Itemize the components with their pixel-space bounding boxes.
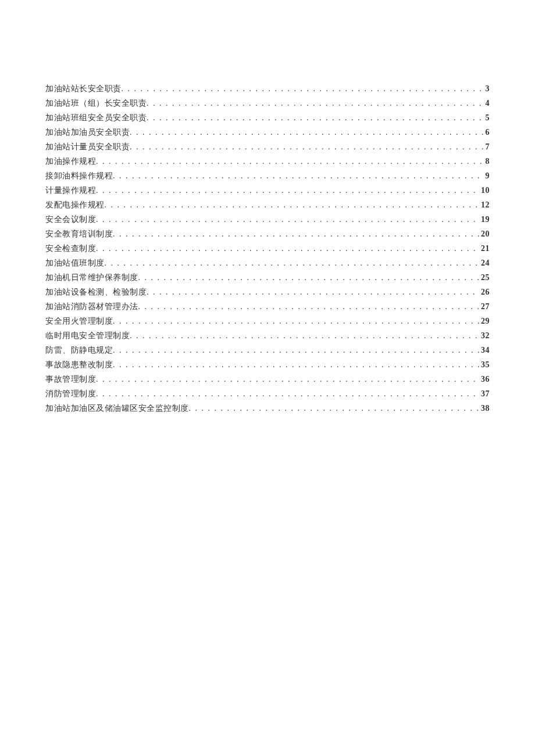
- toc-page: 35: [480, 357, 490, 372]
- toc-title: 加油站站长安全职责: [45, 81, 122, 96]
- toc-dots: [138, 299, 480, 314]
- toc-page: 19: [480, 212, 490, 227]
- toc-entry: 临时用电安全管理制度 32: [45, 328, 490, 343]
- toc-page: 29: [480, 314, 490, 328]
- toc-dots: [113, 169, 484, 183]
- toc-entry: 消防管理制度 37: [45, 386, 490, 401]
- toc-page: 7: [484, 139, 490, 154]
- toc-entry: 加油站站长安全职责 3: [45, 81, 490, 96]
- toc-page: 20: [480, 227, 490, 241]
- toc-title: 加油站班组安全员安全职责: [45, 110, 147, 125]
- toc-dots: [96, 386, 480, 401]
- toc-entry: 加油站计量员安全职责 7: [45, 139, 490, 154]
- toc-page: 8: [484, 154, 490, 169]
- toc-title: 发配电操作规程: [45, 198, 105, 212]
- toc-dots: [96, 372, 480, 386]
- toc-entry: 安全会议制度 19: [45, 212, 490, 227]
- toc-dots: [113, 357, 480, 372]
- toc-entry: 加油机日常维护保养制度 25: [45, 270, 490, 285]
- toc-page: 21: [480, 241, 490, 256]
- toc-dots: [96, 212, 480, 227]
- toc-title: 事故隐患整改制度: [45, 357, 113, 372]
- toc-page: 9: [484, 169, 490, 183]
- toc-page: 5: [484, 110, 490, 125]
- toc-title: 临时用电安全管理制度: [45, 328, 130, 343]
- toc-page: 4: [484, 96, 490, 110]
- toc-dots: [138, 270, 480, 285]
- toc-page: 25: [480, 270, 490, 285]
- toc-title: 消防管理制度: [45, 386, 96, 401]
- toc-entry: 计量操作规程 10: [45, 183, 490, 198]
- toc-entry: 接卸油料操作规程 9: [45, 169, 490, 183]
- toc-dots: [130, 125, 484, 139]
- toc-entry: 安全教育培训制度 20: [45, 227, 490, 241]
- toc-dots: [113, 343, 480, 357]
- toc-title: 加油机日常维护保养制度: [45, 270, 138, 285]
- toc-page: 38: [480, 401, 490, 415]
- toc-dots: [96, 241, 480, 256]
- toc-title: 安全检查制度: [45, 241, 96, 256]
- toc-title: 计量操作规程: [45, 183, 96, 198]
- toc-page: 37: [480, 386, 490, 401]
- toc-title: 加油站消防器材管理办法: [45, 299, 138, 314]
- toc-title: 安全用火管理制度: [45, 314, 113, 328]
- toc-dots: [147, 285, 480, 299]
- toc-dots: [189, 401, 480, 415]
- toc-page: 12: [480, 198, 490, 212]
- toc-page: 32: [480, 328, 490, 343]
- toc-page: 36: [480, 372, 490, 386]
- toc-page: 3: [484, 81, 490, 96]
- toc-entry: 安全检查制度 21: [45, 241, 490, 256]
- toc-page: 6: [484, 125, 490, 139]
- toc-title: 加油操作规程: [45, 154, 96, 169]
- toc-title: 安全会议制度: [45, 212, 96, 227]
- toc-dots: [130, 328, 480, 343]
- toc-title: 加油站加油区及储油罐区安全监控制度: [45, 401, 189, 415]
- toc-entry: 加油操作规程 8: [45, 154, 490, 169]
- toc-dots: [105, 256, 480, 270]
- toc-title: 加油站加油员安全职责: [45, 125, 130, 139]
- toc-page: 34: [480, 343, 490, 357]
- toc-entry: 事故管理制度 36: [45, 372, 490, 386]
- toc-title: 加油站计量员安全职责: [45, 139, 130, 154]
- toc-page: 10: [480, 183, 490, 198]
- toc-entry: 加油站加油员安全职责 6: [45, 125, 490, 139]
- toc-dots: [122, 81, 484, 96]
- toc-entry: 发配电操作规程 12: [45, 198, 490, 212]
- toc-dots: [96, 183, 480, 198]
- toc-dots: [96, 154, 484, 169]
- toc-title: 事故管理制度: [45, 372, 96, 386]
- toc-entry: 加油站加油区及储油罐区安全监控制度 38: [45, 401, 490, 415]
- toc-entry: 防雷、防静电规定 34: [45, 343, 490, 357]
- toc-dots: [147, 96, 484, 110]
- toc-entry: 加油站班组安全员安全职责 5: [45, 110, 490, 125]
- toc-title: 加油站值班制度: [45, 256, 105, 270]
- toc-page: 27: [480, 299, 490, 314]
- toc-title: 安全教育培训制度: [45, 227, 113, 241]
- toc-entry: 安全用火管理制度 29: [45, 314, 490, 328]
- toc-entry: 加油站消防器材管理办法 27: [45, 299, 490, 314]
- toc-dots: [147, 110, 484, 125]
- toc-entry: 加油站值班制度 24: [45, 256, 490, 270]
- toc-title: 防雷、防静电规定: [45, 343, 113, 357]
- toc-page: 26: [480, 285, 490, 299]
- toc-entry: 加油站设备检测、检验制度 26: [45, 285, 490, 299]
- table-of-contents: 加油站站长安全职责 3 加油站班（组）长安全职责 4 加油站班组安全员安全职责 …: [45, 81, 490, 415]
- toc-dots: [130, 139, 484, 154]
- toc-entry: 事故隐患整改制度 35: [45, 357, 490, 372]
- toc-title: 接卸油料操作规程: [45, 169, 113, 183]
- toc-dots: [113, 227, 480, 241]
- toc-dots: [105, 198, 480, 212]
- toc-entry: 加油站班（组）长安全职责 4: [45, 96, 490, 110]
- toc-dots: [113, 314, 480, 328]
- toc-page: 24: [480, 256, 490, 270]
- toc-title: 加油站设备检测、检验制度: [45, 285, 147, 299]
- toc-title: 加油站班（组）长安全职责: [45, 96, 147, 110]
